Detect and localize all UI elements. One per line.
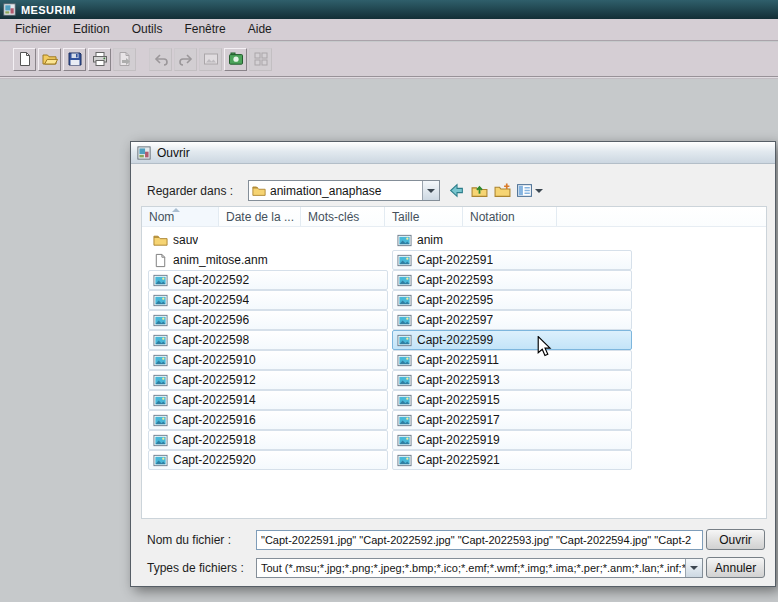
menu-edition[interactable]: Edition: [62, 19, 121, 40]
file-list-body[interactable]: sauvanim_mitose.anmCapt-2022592Capt-2022…: [142, 227, 766, 518]
image-icon: [397, 273, 412, 288]
file-item[interactable]: Capt-20225910: [148, 350, 388, 370]
file-name: Capt-2022596: [173, 313, 249, 327]
views-menu-button[interactable]: [515, 180, 544, 201]
file-item[interactable]: Capt-20225919: [392, 430, 632, 450]
image-icon: [397, 333, 412, 348]
new-button[interactable]: [13, 48, 36, 71]
file-name: Capt-2022599: [417, 333, 493, 347]
filename-input[interactable]: [256, 530, 703, 550]
column-header-date[interactable]: Date de la ...: [219, 207, 301, 226]
image-icon: [397, 433, 412, 448]
save-icon: [67, 51, 83, 67]
file-item[interactable]: Capt-20225915: [392, 390, 632, 410]
capture-button[interactable]: [224, 48, 247, 71]
file-name: Capt-20225918: [173, 433, 256, 447]
file-item[interactable]: Capt-20225914: [148, 390, 388, 410]
open-button[interactable]: Ouvrir: [706, 529, 765, 550]
file-item[interactable]: Capt-20225917: [392, 410, 632, 430]
menu-fichier[interactable]: Fichier: [4, 19, 62, 40]
file-name: Capt-2022595: [417, 293, 493, 307]
file-item[interactable]: Capt-20225920: [148, 450, 388, 470]
column-header-notation[interactable]: Notation: [463, 207, 557, 226]
file-item[interactable]: Capt-2022592: [148, 270, 388, 290]
open-dialog: Ouvrir Regarder dans : animation_anaphas…: [130, 141, 776, 587]
column-header-nom[interactable]: Nom: [142, 207, 219, 226]
file-item[interactable]: Capt-2022595: [392, 290, 632, 310]
file-item[interactable]: Capt-20225921: [392, 450, 632, 470]
views-icon: [516, 182, 533, 199]
file-icon: [153, 253, 168, 268]
image-icon: [153, 313, 168, 328]
main-titlebar: MESURIM: [0, 0, 778, 19]
filetype-dropdown-button[interactable]: [685, 559, 702, 577]
folder-icon: [153, 233, 168, 248]
file-name: Capt-2022593: [417, 273, 493, 287]
look-in-dropdown-button[interactable]: [422, 181, 439, 200]
chevron-down-icon: [690, 566, 698, 570]
file-item[interactable]: Capt-20225916: [148, 410, 388, 430]
file-item[interactable]: Capt-2022598: [148, 330, 388, 350]
save-button[interactable]: [63, 48, 86, 71]
back-button[interactable]: [446, 180, 467, 201]
file-item[interactable]: Capt-20225912: [148, 370, 388, 390]
capture-icon: [228, 51, 244, 67]
file-item[interactable]: Capt-2022593: [392, 270, 632, 290]
image-icon: [153, 373, 168, 388]
file-name: Capt-20225911: [417, 353, 499, 367]
new-page-icon: [17, 51, 33, 67]
file-name: anim: [417, 233, 443, 247]
file-name: Capt-20225912: [173, 373, 256, 387]
filename-label: Nom du fichier :: [147, 533, 231, 547]
image-icon: [153, 353, 168, 368]
file-item[interactable]: Capt-2022591: [392, 250, 632, 270]
export-icon: [117, 51, 133, 67]
dialog-titlebar[interactable]: Ouvrir: [131, 142, 775, 164]
window-title: MESURIM: [21, 4, 76, 16]
print-button[interactable]: [88, 48, 111, 71]
column-header-mots-cles[interactable]: Mots-clés: [301, 207, 385, 226]
up-one-level-button[interactable]: [469, 180, 490, 201]
file-name: Capt-20225915: [417, 393, 500, 407]
file-item[interactable]: sauv: [148, 230, 388, 250]
toolbar: [0, 42, 778, 77]
file-item[interactable]: Capt-2022597: [392, 310, 632, 330]
look-in-combobox[interactable]: animation_anaphase: [248, 180, 440, 201]
file-name: Capt-20225916: [173, 413, 256, 427]
image-icon: [153, 433, 168, 448]
file-item[interactable]: Capt-20225913: [392, 370, 632, 390]
image-icon: [397, 233, 412, 248]
column-header-taille[interactable]: Taille: [385, 207, 463, 226]
file-item[interactable]: anim_mitose.anm: [148, 250, 388, 270]
file-item[interactable]: Capt-2022596: [148, 310, 388, 330]
file-item[interactable]: Capt-2022594: [148, 290, 388, 310]
filetype-combobox[interactable]: Tout (*.msu;*.jpg;*.png;*.jpeg;*.bmp;*.i…: [256, 558, 703, 578]
file-name: Capt-2022591: [417, 253, 493, 267]
image-icon: [397, 313, 412, 328]
filetype-label: Types de fichiers :: [147, 561, 244, 575]
file-name: Capt-20225914: [173, 393, 256, 407]
new-folder-button[interactable]: [492, 180, 513, 201]
menu-fenetre[interactable]: Fenêtre: [173, 19, 236, 40]
menu-outils[interactable]: Outils: [121, 19, 174, 40]
image-icon: [153, 413, 168, 428]
open-folder-icon: [42, 51, 58, 67]
file-name: Capt-2022598: [173, 333, 249, 347]
dialog-nav-toolbar: [446, 180, 544, 201]
grid-button: [249, 48, 272, 71]
file-item[interactable]: Capt-20225918: [148, 430, 388, 450]
open-button[interactable]: [38, 48, 61, 71]
menu-aide[interactable]: Aide: [237, 19, 283, 40]
cancel-button[interactable]: Annuler: [706, 557, 765, 578]
picture-icon: [203, 51, 219, 67]
file-name: Capt-2022594: [173, 293, 249, 307]
file-name: Capt-20225913: [417, 373, 500, 387]
image-icon: [397, 293, 412, 308]
image-icon: [153, 293, 168, 308]
file-item[interactable]: Capt-20225911: [392, 350, 632, 370]
image-icon: [153, 453, 168, 468]
file-item[interactable]: anim: [392, 230, 632, 250]
chevron-down-icon: [427, 189, 435, 193]
folder-icon: [252, 184, 266, 198]
file-item[interactable]: Capt-2022599: [392, 330, 632, 350]
